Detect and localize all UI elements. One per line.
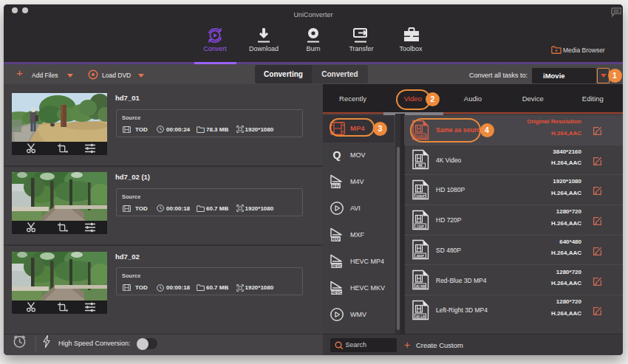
svg-text:M4V: M4V xyxy=(332,184,341,188)
svg-text:4K: 4K xyxy=(417,163,423,168)
svg-text:3D RB: 3D RB xyxy=(415,284,425,288)
svg-text:480P: 480P xyxy=(416,254,423,258)
svg-text:3D LR: 3D LR xyxy=(415,314,426,317)
svg-text:720P: 720P xyxy=(416,224,423,227)
svg-text:1080P: 1080P xyxy=(415,194,425,198)
svg-text:HEVC: HEVC xyxy=(331,290,342,295)
svg-text:MXF: MXF xyxy=(332,237,341,241)
svg-text:HEVC: HEVC xyxy=(331,264,342,268)
